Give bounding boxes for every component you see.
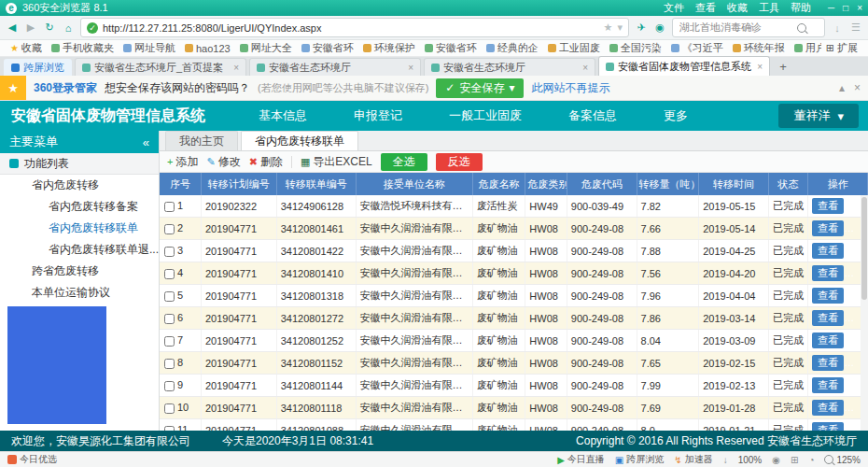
favorite-star-icon[interactable]: ★	[604, 21, 613, 34]
app-nav-item[interactable]: 更多	[664, 107, 688, 124]
history-button[interactable]: ◔	[808, 455, 814, 465]
view-button[interactable]: 查看	[812, 400, 844, 416]
table-scrollbar[interactable]	[861, 195, 868, 431]
row-checkbox[interactable]	[164, 202, 175, 212]
live-button[interactable]: ▶ 今日直播	[557, 453, 605, 466]
table-header-cell[interactable]: 危废代码	[567, 173, 637, 195]
row-checkbox[interactable]	[164, 381, 175, 391]
row-checkbox[interactable]	[164, 426, 175, 431]
collapse-notification-icon[interactable]: ▴	[839, 81, 845, 94]
app-nav-item[interactable]: 一般工业固废	[449, 107, 522, 124]
table-header-cell[interactable]: 危废类别	[525, 173, 567, 195]
bookmark-item[interactable]: 经典的企	[482, 41, 543, 55]
download-manager-button[interactable]: ↓	[723, 455, 728, 465]
row-checkbox[interactable]	[164, 403, 175, 414]
back-icon[interactable]: ◀	[6, 21, 19, 34]
table-header-cell[interactable]: 状态	[768, 173, 807, 195]
view-button[interactable]: 查看	[812, 377, 844, 393]
bookmark-item[interactable]: 环境保护	[358, 41, 420, 55]
menu-item[interactable]: 帮助	[791, 1, 811, 15]
row-checkbox[interactable]	[164, 314, 175, 324]
snapshot-button[interactable]: ◉	[772, 455, 780, 465]
search-icon[interactable]	[797, 23, 806, 33]
new-tab-button[interactable]: +	[773, 59, 793, 76]
row-checkbox[interactable]	[164, 336, 175, 347]
tab-close-icon[interactable]: ×	[408, 63, 413, 73]
export-excel-button[interactable]: ▦ 导出EXCEL	[301, 154, 372, 170]
row-checkbox[interactable]	[164, 247, 175, 257]
daily-picks-button[interactable]: 今日优选	[7, 453, 57, 466]
scrollbar-thumb[interactable]	[861, 197, 867, 300]
cross-screen-button[interactable]: 跨屏浏览	[4, 59, 72, 76]
view-button[interactable]: 查看	[812, 310, 844, 326]
invert-selection-button[interactable]: 反选	[436, 153, 483, 171]
bookmark-item[interactable]: hao123	[180, 41, 235, 55]
bookmark-item[interactable]: 安徽省环	[297, 41, 358, 55]
close-notification-icon[interactable]: ×	[854, 81, 861, 94]
row-checkbox[interactable]	[164, 269, 175, 279]
save-dropdown-icon[interactable]: ▾	[509, 81, 514, 94]
layout-button[interactable]: ⊞	[791, 455, 798, 465]
bookmark-item[interactable]: 用户登陆	[790, 41, 821, 55]
view-button[interactable]: 查看	[812, 220, 844, 236]
view-button[interactable]: 查看	[812, 243, 844, 259]
browser-tab[interactable]: 安徽省生态环境厅_首页提案 ×	[75, 58, 246, 76]
browser-tab[interactable]: 安徽省生态环境厅 ×	[424, 58, 595, 76]
bookmark-item[interactable]: 全国污染	[605, 41, 666, 55]
menu-item[interactable]: 查看	[695, 1, 716, 15]
bookmark-item[interactable]: 网址大全	[235, 41, 297, 55]
zoom-control[interactable]: 125%	[824, 455, 861, 465]
sidebar-item[interactable]: 省内危废转移联单	[0, 218, 159, 239]
url-box[interactable]: ✓ http://112.27.211.25:8080/LigerUI/QYIn…	[80, 18, 629, 37]
view-button[interactable]: 查看	[812, 265, 844, 281]
bookmark-item[interactable]: 环统年报	[728, 41, 790, 55]
content-tab[interactable]: 我的主页	[165, 131, 238, 150]
tab-close-icon[interactable]: ×	[233, 63, 239, 73]
save-password-button[interactable]: ✓ 安全保存 ▾	[436, 78, 524, 98]
url-dropdown-icon[interactable]: ▾	[617, 21, 623, 34]
view-button[interactable]: 查看	[812, 288, 844, 304]
screenshot-icon[interactable]: ◉	[653, 21, 666, 34]
favorites-button[interactable]: ★ 收藏	[6, 41, 47, 55]
row-checkbox[interactable]	[164, 359, 175, 369]
sidebar-item[interactable]: 本单位运输协议	[0, 282, 159, 304]
row-checkbox[interactable]	[164, 291, 175, 302]
accelerator-button[interactable]: ↯ 加速器	[674, 453, 712, 466]
sidebar-item[interactable]: 省内危废转移备案	[0, 196, 159, 218]
browser-tab[interactable]: 安徽省固体废物管理信息系统 ×	[598, 56, 770, 76]
select-all-button[interactable]: 全选	[381, 153, 427, 171]
url-input[interactable]: http://112.27.211.25:8080/LigerUI/QYInde…	[103, 22, 599, 34]
app-nav-item[interactable]: 基本信息	[259, 107, 307, 124]
app-nav-item[interactable]: 备案信息	[568, 107, 617, 124]
cross-screen-status-button[interactable]: ▣ 跨屏浏览	[615, 453, 664, 466]
table-header-cell[interactable]: 转移计划编号	[201, 173, 276, 195]
bookmark-item[interactable]: 工业固废	[543, 41, 605, 55]
sidebar-item[interactable]: 省内危废转移	[0, 175, 159, 196]
sidebar-item[interactable]: 跨省危废转移	[0, 261, 159, 282]
maximize-button[interactable]: □	[843, 3, 848, 13]
view-button[interactable]: 查看	[812, 333, 844, 348]
bookmark-item[interactable]: 手机收藏夹	[47, 41, 119, 55]
bookmark-item[interactable]: 《习近平	[666, 41, 728, 55]
tab-close-icon[interactable]: ×	[582, 63, 588, 73]
network-speed[interactable]: 100%	[738, 455, 763, 465]
tab-close-icon[interactable]: ×	[757, 62, 763, 72]
view-button[interactable]: 查看	[812, 355, 844, 371]
add-button[interactable]: + 添加	[167, 154, 198, 170]
table-header-cell[interactable]: 危废名称	[472, 173, 525, 195]
bookmark-item[interactable]: 网址导航	[119, 41, 180, 55]
table-header-cell[interactable]: 转移时间	[699, 173, 769, 195]
downloads-icon[interactable]: ↓	[831, 22, 844, 34]
table-header-cell[interactable]: 操作	[808, 173, 868, 195]
user-menu[interactable]: 董祥洋 ▾	[778, 104, 859, 128]
sidebar-collapse-icon[interactable]: «	[143, 135, 149, 149]
app-nav-item[interactable]: 申报登记	[354, 107, 402, 124]
edit-button[interactable]: ✎ 修改	[206, 154, 240, 170]
table-header-cell[interactable]: 序号	[160, 173, 201, 195]
bookmark-item[interactable]: 安徽省环	[420, 41, 482, 55]
table-header-cell[interactable]: 接受单位名称	[356, 173, 472, 195]
view-button[interactable]: 查看	[812, 422, 844, 431]
home-icon[interactable]: ⌂	[62, 22, 75, 34]
menu-item[interactable]: 文件	[664, 1, 684, 15]
content-tab[interactable]: 省内危废转移联单	[241, 131, 358, 150]
